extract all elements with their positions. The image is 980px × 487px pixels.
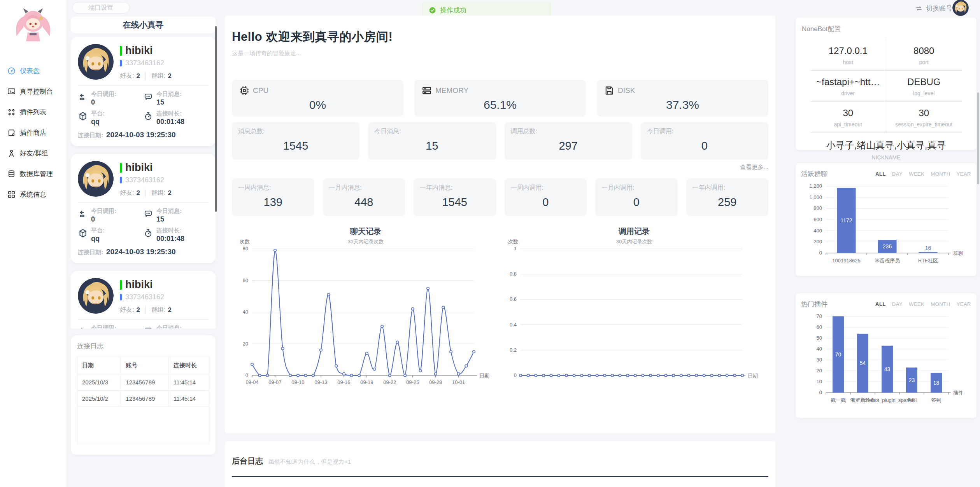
system-stats-row: CPU0%MEMORY65.1%DISK37.3%	[232, 80, 768, 117]
bot-card[interactable]: hibiki3373463162好友:2群组:2今日调用:0今日消息:15平台:…	[71, 271, 216, 328]
active-groups-tab-month[interactable]: MONTH	[931, 171, 950, 177]
svg-text:签到: 签到	[931, 397, 941, 403]
backend-log-card: 后台日志虽然不知道为什么，但是视力+1	[225, 441, 775, 487]
active-groups-card: 活跃群聊 ALLDAYWEEKMONTHYEAR 02004006008001,…	[796, 163, 976, 276]
svg-text:09-07: 09-07	[268, 379, 281, 385]
svg-text:30: 30	[817, 357, 822, 363]
sidebar-item-system-info[interactable]: 系统信息	[0, 184, 66, 205]
sidebar-item-plugin-store[interactable]: 插件商店	[0, 122, 66, 143]
nonebot-config-card: NoneBot配置 127.0.0.1host8080port~fastapi+…	[796, 17, 976, 150]
log-cell: 11:45:14	[168, 391, 209, 407]
cube-icon	[78, 111, 88, 121]
sidebar-item-label: 插件商店	[20, 128, 46, 137]
svg-text:09-13: 09-13	[314, 379, 327, 385]
page-scrollbar[interactable]	[977, 93, 979, 184]
page: 仪表盘真寻控制台插件列表插件商店好友/群组数据库管理系统信息 端口设置 在线小真…	[0, 0, 980, 487]
stat-row-totals: 消息总数:1545今日消息:15调用总数:297今日调用:0	[232, 122, 768, 160]
system-stat-disk: DISK37.3%	[597, 80, 768, 117]
svg-text:09-10: 09-10	[291, 379, 304, 385]
svg-text:43: 43	[884, 366, 891, 372]
svg-text:0: 0	[819, 389, 822, 395]
log-table-row: 2025/10/212345678911:45:14	[77, 391, 209, 407]
log-column-header: 日期	[77, 357, 121, 374]
hot-plugins-title: 热门插件	[801, 300, 827, 309]
nonebot-config-title: NoneBot配置	[802, 24, 970, 33]
stat-card: 一周内消息:139	[232, 178, 314, 216]
bot-card[interactable]: hibiki3373463162好友:2群组:2今日调用:0今日消息:15平台:…	[71, 37, 216, 146]
sidebar-item-dashboard[interactable]: 仪表盘	[0, 61, 66, 81]
hot-plugins-tab-month[interactable]: MONTH	[931, 301, 950, 307]
svg-text:60: 60	[817, 324, 822, 330]
view-more-link[interactable]: 查看更多...	[232, 164, 768, 171]
switch-account-label: 切换账号	[926, 4, 952, 13]
stat-card: 一月内消息:448	[323, 178, 405, 216]
timer-icon	[143, 228, 153, 238]
toast-text: 操作成功	[440, 6, 466, 15]
active-groups-tab-week[interactable]: WEEK	[909, 171, 924, 177]
disk-icon	[604, 85, 615, 96]
active-groups-tab-all[interactable]: ALL	[875, 171, 886, 177]
svg-text:20: 20	[243, 341, 248, 347]
stat-card: 一周内调用:0	[505, 178, 587, 216]
hot-plugins-tab-week[interactable]: WEEK	[909, 301, 924, 307]
bot-stat: 连接时长:00:01:48	[143, 227, 209, 243]
hot-plugins-tab-day[interactable]: DAY	[892, 301, 903, 307]
svg-text:日期: 日期	[479, 373, 489, 379]
svg-text:09-19: 09-19	[360, 379, 373, 385]
svg-text:200: 200	[813, 239, 822, 244]
friends-icon	[7, 149, 16, 158]
active-groups-tab-day[interactable]: DAY	[892, 171, 903, 177]
system-stat-value: 0%	[239, 98, 396, 112]
bot-list-scrollbar[interactable]	[215, 26, 217, 212]
svg-text:1: 1	[514, 246, 516, 251]
svg-text:0.4: 0.4	[509, 322, 516, 328]
hot-plugins-tab-all[interactable]: ALL	[875, 301, 886, 307]
sidebar-item-database[interactable]: 数据库管理	[0, 164, 66, 184]
log-cell: 123456789	[121, 374, 169, 391]
bot-connect-date: 连接日期:2024-10-03 19:25:30	[78, 248, 209, 256]
user-avatar[interactable]	[952, 0, 969, 16]
svg-text:次数: 次数	[240, 239, 250, 244]
message-icon	[143, 326, 153, 328]
active-groups-title: 活跃群聊	[801, 169, 827, 178]
database-icon	[7, 169, 16, 178]
bot-stat: 今日消息:15	[143, 325, 209, 328]
swap-icon	[915, 5, 923, 12]
memory-icon	[421, 85, 432, 96]
config-api_timeout: 30api_timeout	[810, 102, 886, 133]
sidebar-item-friends-groups[interactable]: 好友/群组	[0, 143, 66, 164]
svg-text:50: 50	[817, 335, 822, 341]
app-logo	[11, 4, 55, 50]
svg-text:0.2: 0.2	[509, 347, 516, 353]
svg-text:10-01: 10-01	[452, 379, 465, 385]
config-host: 127.0.0.1host	[810, 40, 886, 71]
backend-log-title: 后台日志	[232, 456, 263, 466]
svg-text:10: 10	[817, 379, 822, 384]
svg-text:09-16: 09-16	[337, 379, 350, 385]
bot-card[interactable]: hibiki3373463162好友:2群组:2今日调用:0今日消息:15平台:…	[71, 154, 216, 263]
sidebar-item-plugin-list[interactable]: 插件列表	[0, 102, 66, 122]
bot-stat: 今日消息:15	[143, 208, 209, 223]
svg-text:09-22: 09-22	[383, 379, 396, 385]
svg-text:1,000: 1,000	[809, 194, 822, 200]
svg-text:0: 0	[514, 372, 516, 378]
cpu-icon	[239, 85, 250, 96]
hot-plugins-tab-year[interactable]: YEAR	[957, 301, 971, 307]
bot-stat: 连接时长:00:01:48	[143, 110, 209, 126]
stat-card: 一年内调用:259	[686, 178, 769, 216]
svg-text:70: 70	[817, 313, 822, 319]
port-settings-button[interactable]: 端口设置	[72, 2, 130, 14]
svg-text:笨蛋程序员: 笨蛋程序员	[875, 258, 900, 264]
svg-text:RTF社区: RTF社区	[918, 258, 938, 264]
active-groups-tab-year[interactable]: YEAR	[957, 171, 971, 177]
hot-plugins-card: 热门插件 ALLDAYWEEKMONTHYEAR 010203040506070…	[796, 293, 976, 418]
switch-account-button[interactable]: 切换账号	[915, 4, 952, 13]
store-icon	[7, 128, 16, 137]
svg-text:聊天记录: 聊天记录	[350, 227, 381, 236]
bot-stat: 今日消息:15	[143, 91, 209, 106]
log-column-header: 连接时长	[168, 357, 209, 374]
greeting-title: Hello 欢迎来到真寻的小房间!	[232, 29, 768, 45]
sidebar-item-console[interactable]: 真寻控制台	[0, 81, 66, 102]
svg-text:80: 80	[243, 246, 248, 251]
stat-card: 一年内消息:1545	[414, 178, 496, 216]
